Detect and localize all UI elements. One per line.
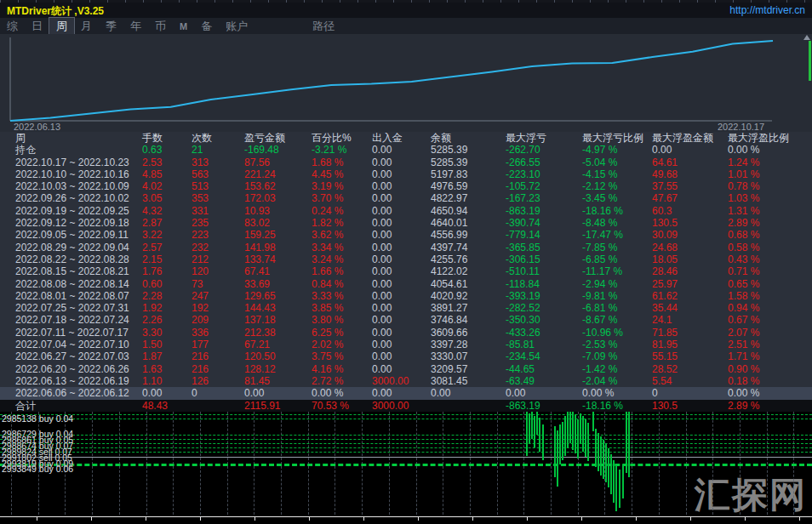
cell-col7: -863.19 [506, 400, 540, 412]
cell-col7: -365.85 [506, 242, 540, 253]
menu-tab-summary[interactable]: 综 [0, 18, 25, 35]
table-row[interactable]: 2022.09.05 ~ 2022.09.113.22223159.253.62… [0, 229, 812, 241]
table-row[interactable]: 2022.06.20 ~ 2022.06.261.63216128.124.16… [0, 363, 812, 375]
candle-bar [564, 416, 566, 456]
cell-col7: 最大浮亏 [506, 132, 546, 144]
cell-col9: 30.09 [652, 229, 678, 241]
candle-bar [628, 412, 630, 477]
cell-col5: 0.00 [372, 180, 392, 192]
candle-bar [585, 419, 586, 457]
table-row[interactable]: 2022.08.01 ~ 2022.08.072.28247129.653.33… [0, 290, 812, 302]
cell-col3: 87.56 [244, 157, 270, 168]
cell-col9: 25.97 [652, 278, 678, 290]
axis-tick [745, 517, 746, 521]
cell-col2: 336 [192, 327, 209, 339]
candle-bar [608, 448, 609, 487]
cell-col0: 2022.07.11 ~ 2022.07.17 [15, 327, 129, 339]
table-row[interactable]: 2022.10.10 ~ 2022.10.164.85563221.244.45… [0, 168, 812, 180]
cell-col7: -306.15 [506, 253, 540, 265]
table-row[interactable]: 2022.06.06 ~ 2022.06.120.0000.000.00 %0.… [0, 387, 812, 399]
table-row[interactable]: 合计48.432115.9170.53 %3000.00-863.19-18.1… [0, 400, 812, 412]
cell-col5: 出入金 [372, 132, 403, 144]
site-link[interactable]: http://mtdriver.cn [729, 4, 805, 16]
cell-col4: 2.02 % [312, 339, 343, 350]
menu-tab-day[interactable]: 日 [25, 18, 49, 35]
cell-col6: 0.00 [431, 387, 450, 399]
cell-col7: -779.14 [506, 229, 540, 241]
cell-col3: 141.98 [244, 242, 276, 253]
table-row[interactable]: 2022.07.11 ~ 2022.07.173.30336212.386.25… [0, 327, 812, 339]
cell-col0: 2022.09.05 ~ 2022.09.11 [15, 229, 129, 241]
cell-col4: 6.25 % [312, 327, 343, 339]
cell-col10: 2.51 % [728, 339, 759, 350]
cell-col7: -863.19 [506, 205, 540, 217]
cell-col9: 130.5 [652, 217, 678, 229]
stats-table: 周手数次数盈亏金额百分比%出入金余额最大浮亏最大浮亏比例最大浮盈金额最大浮盈比例… [0, 132, 812, 412]
menu-tab-account[interactable]: 账户 [219, 18, 254, 35]
menu-tab-path[interactable]: 路径 [306, 18, 341, 35]
candle-bar [567, 412, 569, 447]
cell-col8: -11.17 % [582, 265, 622, 277]
axis-tick [254, 517, 255, 521]
order-label: 2985138 buy 0.04 [2, 413, 73, 424]
candle-bar [605, 443, 607, 482]
table-row[interactable]: 2022.06.13 ~ 2022.06.191.1012681.452.72 … [0, 375, 812, 387]
cell-col1: 1.92 [142, 302, 162, 314]
table-row[interactable]: 2022.08.08 ~ 2022.08.140.607333.690.84 %… [0, 278, 812, 290]
watermark: 汇探网 [695, 471, 807, 519]
cell-col0: 持仓 [15, 144, 36, 156]
scroll-up-arrow-icon[interactable] [803, 35, 810, 40]
table-row[interactable]: 2022.07.04 ~ 2022.07.101.5017767.212.02 … [0, 339, 812, 350]
menu-tab-month[interactable]: 月 [74, 18, 99, 35]
cell-col0: 2022.09.19 ~ 2022.09.25 [15, 205, 129, 217]
cell-col0: 2022.06.06 ~ 2022.06.12 [15, 387, 129, 399]
table-row[interactable]: 2022.08.22 ~ 2022.08.282.15212133.743.24… [0, 253, 812, 265]
cell-col4: 3.24 % [312, 253, 343, 265]
table-row[interactable]: 2022.06.27 ~ 2022.07.031.87216120.503.75… [0, 350, 812, 362]
candle-bar [603, 440, 604, 479]
cell-col3: 83.02 [244, 217, 270, 229]
cell-col3: 172.03 [244, 192, 276, 204]
table-row[interactable]: 2022.10.03 ~ 2022.10.094.02513153.623.19… [0, 180, 812, 192]
cell-col9: 5.54 [652, 375, 672, 387]
cell-col10: 0.00 % [728, 144, 759, 156]
candle-bar [536, 412, 538, 435]
menu-tab-week[interactable]: 周 [49, 18, 74, 35]
cell-col7: -63.49 [506, 375, 535, 387]
table-row[interactable]: 2022.08.15 ~ 2022.08.211.7612067.411.66 … [0, 265, 812, 277]
cell-col5: 0.00 [372, 387, 392, 399]
table-header-row: 周手数次数盈亏金额百分比%出入金余额最大浮亏最大浮亏比例最大浮盈金额最大浮盈比例 [0, 132, 812, 144]
table-row[interactable]: 2022.07.18 ~ 2022.07.242.26209137.183.80… [0, 314, 812, 326]
axis-tick [799, 517, 800, 521]
cell-col3: 33.69 [244, 278, 270, 290]
table-row[interactable]: 2022.09.26 ~ 2022.10.023.05353172.033.70… [0, 192, 812, 204]
balance-line [10, 41, 773, 121]
cell-col8: -8.48 % [582, 217, 617, 229]
table-row[interactable]: 2022.07.25 ~ 2022.07.311.92192144.433.85… [0, 302, 812, 314]
table-row[interactable]: 2022.09.19 ~ 2022.09.254.3233110.930.24 … [0, 205, 812, 217]
cell-col9: 24.1 [652, 314, 672, 326]
menu-tab-year[interactable]: 年 [123, 18, 148, 35]
cell-col9: 60.3 [652, 205, 672, 217]
cell-col9: 0 [652, 387, 658, 399]
candle-bar [529, 413, 530, 443]
table-row[interactable]: 2022.08.29 ~ 2022.09.042.57232141.983.34… [0, 242, 812, 253]
menu-tab-m[interactable]: M [173, 20, 194, 32]
table-row[interactable]: 持仓0.6321-169.48-3.21 %0.005285.39-262.70… [0, 144, 812, 156]
cell-col1: 0.60 [142, 278, 162, 290]
cell-col0: 2022.07.04 ~ 2022.07.10 [15, 339, 129, 350]
cell-col6: 4650.94 [431, 205, 467, 217]
cell-col10: 1.01 % [728, 168, 759, 180]
cell-col8: -18.16 % [582, 400, 623, 412]
menu-tab-note[interactable]: 备 [194, 18, 219, 35]
cell-col1: 手数 [142, 132, 163, 144]
cell-col4: 1.66 % [312, 265, 343, 277]
cell-col1: 2.53 [142, 157, 162, 168]
cell-col5: 0.00 [372, 144, 392, 156]
menu-tab-quarter[interactable]: 季 [99, 18, 123, 35]
table-row[interactable]: 2022.10.17 ~ 2022.10.232.5331387.561.68 … [0, 157, 812, 168]
menu-tab-currency[interactable]: 币 [148, 18, 173, 35]
cell-col2: 216 [192, 363, 209, 375]
cell-col1: 2.57 [142, 242, 162, 253]
table-row[interactable]: 2022.09.12 ~ 2022.09.182.8723583.021.82 … [0, 217, 812, 229]
